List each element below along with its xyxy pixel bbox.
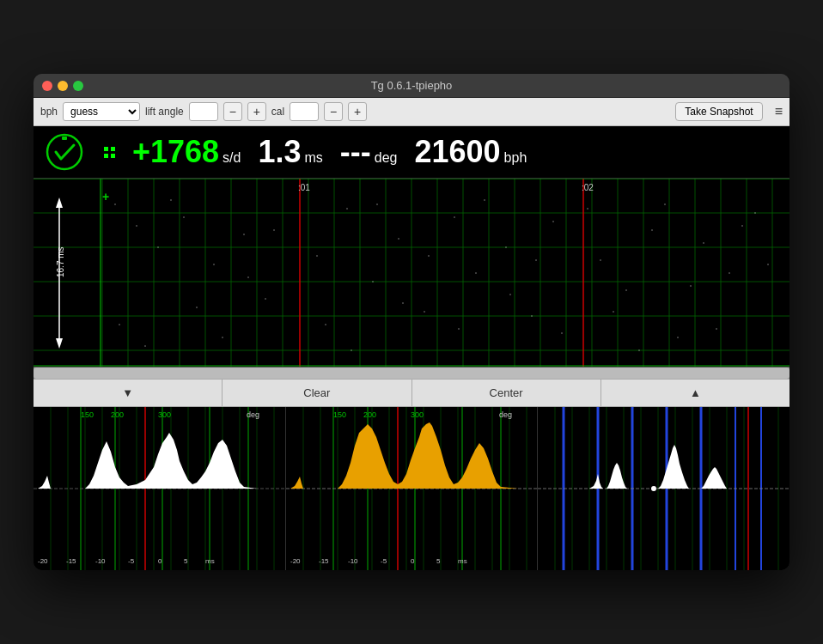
- svg-text:16.7 ms: 16.7 ms: [56, 246, 65, 277]
- angle-value: ---: [340, 134, 371, 170]
- svg-point-47: [243, 234, 245, 235]
- bph-unit: bph: [504, 150, 527, 166]
- svg-point-46: [213, 264, 215, 265]
- lift-angle-minus[interactable]: −: [223, 102, 242, 121]
- svg-point-80: [509, 294, 511, 295]
- maximize-button[interactable]: [73, 81, 83, 91]
- svg-point-62: [677, 337, 679, 338]
- main-chart[interactable]: :01 :02: [34, 178, 789, 367]
- rate-value: +1768: [132, 134, 219, 170]
- clock-icon: [46, 133, 83, 171]
- svg-text:5: 5: [184, 557, 188, 565]
- cal-input[interactable]: +0.0: [290, 102, 319, 121]
- snapshot-button[interactable]: Take Snapshot: [675, 102, 762, 121]
- svg-point-89: [741, 225, 743, 227]
- svg-point-71: [247, 276, 249, 278]
- svg-point-90: [767, 264, 769, 265]
- svg-point-63: [703, 242, 704, 244]
- waveform-svg-3: [538, 407, 789, 570]
- svg-rect-1: [62, 137, 67, 140]
- svg-point-42: [114, 204, 116, 205]
- svg-point-64: [729, 272, 730, 274]
- cal-minus[interactable]: −: [324, 102, 343, 121]
- svg-point-45: [183, 216, 185, 218]
- bph-group: 21600 bph: [415, 134, 527, 170]
- svg-text:150: 150: [81, 410, 94, 419]
- cal-label: cal: [271, 106, 284, 118]
- close-button[interactable]: [42, 81, 52, 91]
- svg-point-88: [716, 328, 717, 330]
- scroll-down-button[interactable]: ▼: [34, 380, 223, 406]
- dots-indicator: [104, 147, 115, 158]
- svg-point-84: [613, 311, 614, 313]
- mode-select[interactable]: guess: [63, 102, 140, 121]
- rate-unit: s/d: [223, 150, 241, 166]
- svg-point-79: [484, 199, 485, 201]
- svg-text:-10: -10: [95, 557, 106, 565]
- dot-3: [104, 154, 108, 158]
- waveform-svg-2: 150 200 300 deg -20 -15 -10 -5 0 5 ms: [286, 407, 538, 570]
- svg-point-49: [316, 255, 318, 257]
- svg-text:-5: -5: [128, 557, 135, 565]
- svg-text:300: 300: [411, 410, 424, 419]
- svg-point-60: [625, 289, 627, 291]
- waveform-panel-1: 150 200 300 deg -20 -15 -10 -5 0 5 ms: [34, 407, 286, 570]
- scrollbar[interactable]: [34, 367, 789, 379]
- svg-point-48: [265, 298, 266, 300]
- svg-point-50: [346, 208, 348, 210]
- lift-angle-plus[interactable]: +: [247, 102, 266, 121]
- svg-point-44: [157, 246, 159, 248]
- metrics-bar: +1768 s/d 1.3 ms --- deg 21600 bph: [34, 126, 789, 178]
- svg-text:200: 200: [363, 410, 376, 419]
- time-unit: ms: [305, 150, 323, 166]
- minimize-button[interactable]: [58, 81, 68, 91]
- svg-point-78: [458, 328, 460, 330]
- lift-angle-label: lift angle: [145, 106, 184, 118]
- lift-angle-input[interactable]: 51: [189, 102, 218, 121]
- svg-point-54: [454, 216, 455, 218]
- waveform-svg-1: 150 200 300 deg -20 -15 -10 -5 0 5 ms: [34, 407, 285, 570]
- menu-button[interactable]: ≡: [775, 104, 783, 119]
- scroll-up-button[interactable]: ▲: [601, 380, 789, 406]
- svg-text:300: 300: [158, 410, 171, 419]
- svg-text:-20: -20: [38, 557, 48, 565]
- scrollbar-thumb[interactable]: [34, 368, 789, 379]
- svg-point-56: [505, 246, 507, 248]
- svg-point-76: [402, 302, 404, 304]
- titlebar: Tg 0.6.1-tpiepho: [34, 74, 789, 98]
- svg-text:150: 150: [333, 410, 346, 419]
- svg-point-81: [535, 259, 537, 261]
- svg-text:-15: -15: [66, 557, 76, 565]
- center-button[interactable]: Center: [412, 380, 601, 406]
- svg-point-73: [325, 324, 326, 325]
- angle-unit: deg: [375, 150, 398, 166]
- traffic-lights: [42, 81, 83, 91]
- svg-point-75: [376, 204, 378, 205]
- bph-label: bph: [40, 106, 58, 118]
- svg-point-86: [664, 204, 666, 205]
- svg-text:0: 0: [411, 557, 415, 565]
- time-value: 1.3: [258, 134, 301, 170]
- svg-point-82: [561, 332, 563, 334]
- window-title: Tg 0.6.1-tpiepho: [371, 79, 453, 92]
- toolbar: bph guess lift angle 51 − + cal +0.0 − +…: [34, 98, 789, 126]
- svg-text:0: 0: [158, 557, 162, 565]
- dot-1: [104, 147, 108, 151]
- svg-point-59: [600, 259, 601, 261]
- svg-point-87: [690, 285, 692, 287]
- svg-point-66: [119, 324, 120, 325]
- cal-plus[interactable]: +: [348, 102, 367, 121]
- svg-text:-20: -20: [290, 557, 301, 565]
- waveform-row: 150 200 300 deg -20 -15 -10 -5 0 5 ms: [34, 407, 789, 570]
- svg-text:deg: deg: [247, 410, 259, 419]
- svg-point-43: [136, 225, 137, 227]
- svg-text:-10: -10: [348, 557, 358, 565]
- clear-button[interactable]: Clear: [223, 380, 412, 406]
- svg-point-52: [398, 238, 399, 240]
- svg-point-74: [351, 349, 352, 351]
- waveform-panel-2: 150 200 300 deg -20 -15 -10 -5 0 5 ms: [286, 407, 539, 570]
- chart-svg: :01 :02: [34, 179, 789, 367]
- svg-text::01: :01: [298, 183, 310, 192]
- svg-point-58: [552, 221, 554, 222]
- svg-point-57: [531, 315, 533, 317]
